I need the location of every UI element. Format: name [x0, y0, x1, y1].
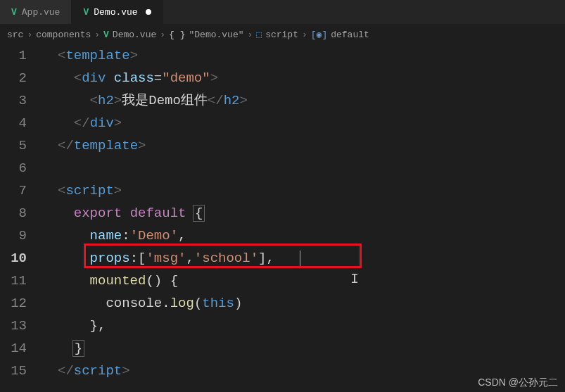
tab-demo-vue[interactable]: V Demo.vue — [72, 0, 163, 24]
line-number: 15 — [0, 360, 27, 382]
vue-icon: V — [103, 30, 109, 40]
chevron-right-icon: › — [302, 30, 307, 40]
code-line[interactable]: } — [39, 337, 565, 360]
line-number: 9 — [0, 225, 27, 247]
bc-segment[interactable]: script — [265, 30, 298, 40]
watermark: CSDN @公孙元二 — [478, 377, 558, 389]
unsaved-dot-icon — [146, 9, 151, 15]
code-line[interactable]: <script> — [39, 179, 565, 202]
breadcrumb[interactable]: src › components › V Demo.vue › { } "Dem… — [0, 25, 565, 44]
code-line[interactable]: export default { — [39, 202, 565, 225]
tab-label: Demo.vue — [94, 7, 137, 18]
bc-segment[interactable]: Demo.vue — [113, 30, 156, 40]
code-line[interactable]: <template> — [39, 44, 565, 67]
chevron-right-icon: › — [160, 30, 165, 40]
line-number: 2 — [0, 67, 27, 89]
line-number-gutter: 1 2 3 4 5 6 7 8 9 10 11 12 13 14 15 — [0, 44, 39, 382]
code-line[interactable]: name:'Demo', — [39, 225, 565, 247]
bc-segment[interactable]: "Demo.vue" — [189, 30, 244, 40]
line-number: 1 — [0, 44, 27, 67]
code-line[interactable] — [39, 157, 565, 179]
tab-app-vue[interactable]: V App.vue — [0, 0, 72, 24]
code-line[interactable]: mounted() { — [39, 270, 565, 292]
code-line[interactable]: props:['msg','school'], — [39, 247, 565, 270]
code-editor[interactable]: 1 2 3 4 5 6 7 8 9 10 11 12 13 14 15 <tem… — [0, 44, 565, 382]
line-number: 4 — [0, 112, 27, 134]
vue-icon: V — [11, 7, 17, 18]
code-line[interactable]: </template> — [39, 134, 565, 157]
vue-icon: V — [83, 7, 89, 18]
variable-icon: [◉] — [311, 29, 327, 40]
chevron-right-icon: › — [27, 30, 32, 40]
code-area[interactable]: <template> <div class="demo"> <h2>我是Demo… — [39, 44, 565, 382]
line-number: 6 — [0, 157, 27, 179]
bc-segment[interactable]: default — [331, 30, 369, 40]
line-number: 13 — [0, 315, 27, 337]
line-number: 5 — [0, 134, 27, 157]
line-number: 11 — [0, 270, 27, 292]
code-line[interactable]: <h2>我是Demo组件</h2> — [39, 89, 565, 112]
code-line[interactable]: </div> — [39, 112, 565, 134]
chevron-right-icon: › — [94, 30, 100, 40]
line-number: 14 — [0, 337, 27, 360]
line-number: 7 — [0, 179, 27, 202]
script-icon: ⬚ — [256, 29, 262, 40]
code-line[interactable]: console.log(this) — [39, 292, 565, 315]
line-number-current: 10 — [0, 247, 27, 270]
code-line[interactable]: <div class="demo"> — [39, 67, 565, 89]
bc-segment[interactable]: src — [7, 30, 23, 40]
code-line[interactable]: }, — [39, 315, 565, 337]
line-number: 8 — [0, 202, 27, 225]
braces-icon: { } — [169, 30, 185, 40]
line-number: 12 — [0, 292, 27, 315]
tab-label: App.vue — [22, 7, 61, 18]
chevron-right-icon: › — [248, 30, 253, 40]
line-number: 3 — [0, 89, 27, 112]
tab-bar: V App.vue V Demo.vue — [0, 0, 565, 25]
bc-segment[interactable]: components — [36, 30, 91, 40]
